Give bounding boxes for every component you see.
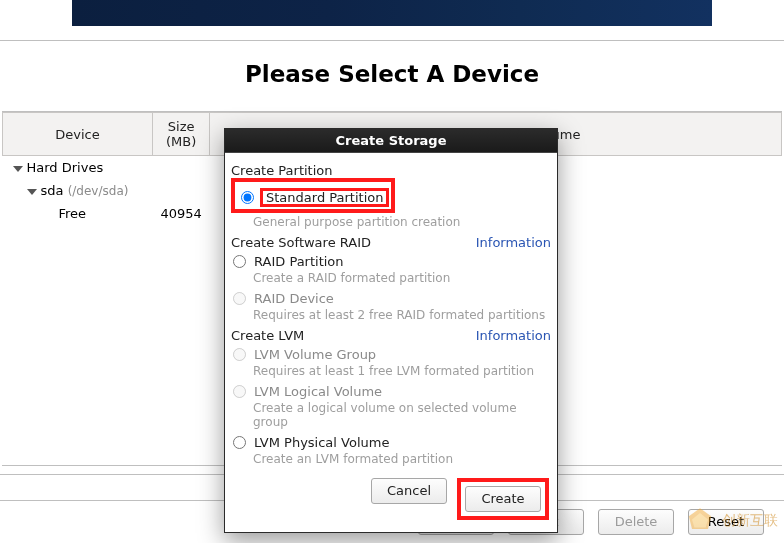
dialog-cancel-button[interactable]: Cancel [371, 478, 447, 504]
hint-raid-device: Requires at least 2 free RAID formated p… [253, 308, 551, 322]
radio-standard-partition[interactable] [241, 191, 254, 204]
delete-button: Delete [598, 509, 674, 535]
opt-raid-device: RAID Device [254, 291, 334, 306]
opt-raid-partition[interactable]: RAID Partition [254, 254, 344, 269]
col-device[interactable]: Device [3, 113, 153, 156]
sda-path: (/dev/sda) [68, 184, 129, 198]
chevron-down-icon[interactable] [13, 166, 23, 172]
radio-lvm-pv[interactable] [233, 436, 246, 449]
lvm-information-link[interactable]: Information [476, 328, 551, 343]
radio-raid-partition[interactable] [233, 255, 246, 268]
dialog-create-button[interactable]: Create [465, 486, 541, 512]
section-create-raid: Create Software RAID [231, 235, 371, 250]
section-create-partition: Create Partition [231, 163, 333, 178]
hint-lvm-vg: Requires at least 1 free LVM formated pa… [253, 364, 551, 378]
hint-lvm-pv: Create an LVM formated partition [253, 452, 551, 466]
dialog-title: Create Storage [225, 129, 557, 153]
opt-lvm-vg: LVM Volume Group [254, 347, 376, 362]
header-banner [72, 0, 712, 26]
hard-drives-label: Hard Drives [27, 160, 104, 175]
raid-information-link[interactable]: Information [476, 235, 551, 250]
hint-standard: General purpose partition creation [253, 215, 551, 229]
free-label: Free [59, 206, 87, 221]
radio-raid-device [233, 292, 246, 305]
section-create-lvm: Create LVM [231, 328, 304, 343]
opt-lvm-pv[interactable]: LVM Physical Volume [254, 435, 389, 450]
page-title: Please Select A Device [0, 41, 784, 97]
opt-lvm-lv: LVM Logical Volume [254, 384, 382, 399]
hint-raid-partition: Create a RAID formated partition [253, 271, 551, 285]
hint-lvm-lv: Create a logical volume on selected volu… [253, 401, 551, 429]
reset-button[interactable]: Reset [688, 509, 764, 535]
radio-lvm-vg [233, 348, 246, 361]
create-storage-dialog: Create Storage Create Partition Standard… [224, 128, 558, 533]
radio-lvm-lv [233, 385, 246, 398]
col-size[interactable]: Size (MB) [153, 113, 210, 156]
free-size: 40954 [153, 202, 210, 225]
chevron-down-icon[interactable] [27, 189, 37, 195]
opt-standard-partition[interactable]: Standard Partition [262, 190, 387, 205]
sda-label: sda [41, 183, 64, 198]
